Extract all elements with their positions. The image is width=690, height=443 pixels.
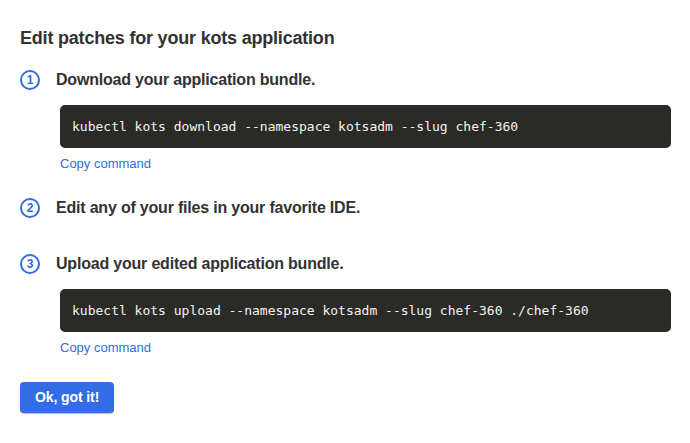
step-upload-header: 3 Upload your edited application bundle. [20, 254, 671, 274]
dialog-footer: Ok, got it! [20, 382, 671, 413]
step-3-heading: Upload your edited application bundle. [56, 254, 344, 274]
step-upload: 3 Upload your edited application bundle.… [20, 254, 671, 356]
edit-patches-dialog: Edit patches for your kots application 1… [0, 0, 690, 443]
step-1-number-badge: 1 [20, 70, 40, 90]
step-download: 1 Download your application bundle. kube… [20, 70, 671, 172]
page-title: Edit patches for your kots application [20, 27, 671, 49]
step-download-body: kubectl kots download --namespace kotsad… [60, 105, 671, 172]
upload-command-snippet: kubectl kots upload --namespace kotsadm … [60, 289, 671, 332]
step-edit-header: 2 Edit any of your files in your favorit… [20, 198, 671, 218]
step-edit: 2 Edit any of your files in your favorit… [20, 198, 671, 218]
step-3-number-badge: 3 [20, 254, 40, 274]
ok-got-it-button[interactable]: Ok, got it! [20, 382, 114, 413]
copy-download-command-link[interactable]: Copy command [60, 156, 151, 172]
step-1-heading: Download your application bundle. [56, 70, 315, 90]
download-command-snippet: kubectl kots download --namespace kotsad… [60, 105, 671, 148]
step-download-header: 1 Download your application bundle. [20, 70, 671, 90]
step-2-number-badge: 2 [20, 198, 40, 218]
step-upload-body: kubectl kots upload --namespace kotsadm … [60, 289, 671, 356]
copy-upload-command-link[interactable]: Copy command [60, 340, 151, 356]
step-2-heading: Edit any of your files in your favorite … [56, 198, 360, 218]
